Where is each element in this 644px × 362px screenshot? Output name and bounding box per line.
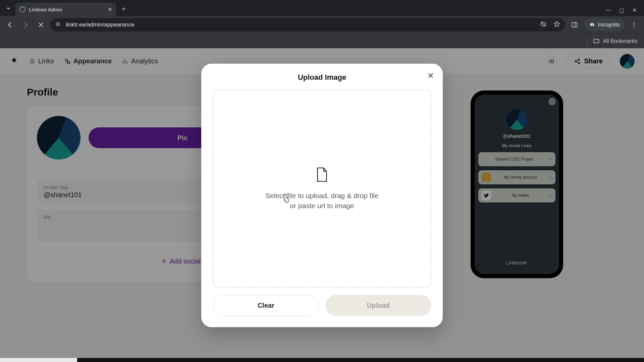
dropzone-text: Select file to upload, drag & drop file … <box>265 191 378 211</box>
svg-point-3 <box>633 24 634 25</box>
minimize-button[interactable]: — <box>606 7 611 13</box>
os-taskbar <box>0 358 644 362</box>
file-icon <box>315 167 329 184</box>
new-tab-button[interactable]: + <box>119 4 129 14</box>
incognito-chip[interactable]: Incognito <box>584 19 625 31</box>
modal-title: Upload Image <box>213 73 431 82</box>
upload-button[interactable]: Upload <box>325 295 431 316</box>
svg-rect-1 <box>572 22 577 27</box>
forward-button[interactable] <box>19 19 32 31</box>
folder-icon <box>593 37 600 45</box>
tab-strip: Linktree Admin ✕ + — ▢ ✕ <box>0 0 644 16</box>
upload-dropzone[interactable]: Select file to upload, drag & drop file … <box>213 90 431 288</box>
close-modal-button[interactable]: ✕ <box>427 71 434 80</box>
bookmark-star-icon[interactable] <box>553 20 560 29</box>
browser-tab[interactable]: Linktree Admin ✕ <box>15 3 116 16</box>
clear-button[interactable]: Clear <box>213 295 319 316</box>
eye-off-icon[interactable] <box>540 20 547 29</box>
maximize-button[interactable]: ▢ <box>619 7 624 13</box>
side-panel-button[interactable] <box>569 19 581 31</box>
svg-point-2 <box>633 22 634 23</box>
svg-point-0 <box>59 23 60 24</box>
site-settings-icon[interactable] <box>55 21 61 29</box>
browser-toolbar: linktr.ee/admin/appearance Incognito <box>0 16 644 34</box>
url-text: linktr.ee/admin/appearance <box>66 21 134 28</box>
loading-spinner-icon <box>19 6 25 12</box>
all-bookmarks-button[interactable]: All Bookmarks <box>603 38 637 44</box>
incognito-label: Incognito <box>598 22 620 28</box>
close-tab-icon[interactable]: ✕ <box>108 6 112 13</box>
address-bar[interactable]: linktr.ee/admin/appearance <box>50 18 565 32</box>
upload-image-modal: Upload Image ✕ Select file to upload, dr… <box>201 64 443 327</box>
stop-reload-button[interactable] <box>35 19 47 31</box>
browser-menu-button[interactable] <box>628 19 640 31</box>
close-window-button[interactable]: ✕ <box>632 7 637 13</box>
tab-title: Linktree Admin <box>29 7 104 12</box>
bookmarks-bar: | All Bookmarks <box>0 34 644 48</box>
tab-search-button[interactable] <box>3 3 13 13</box>
window-controls: — ▢ ✕ <box>606 7 644 16</box>
svg-point-4 <box>633 26 634 27</box>
back-button[interactable] <box>4 19 16 31</box>
